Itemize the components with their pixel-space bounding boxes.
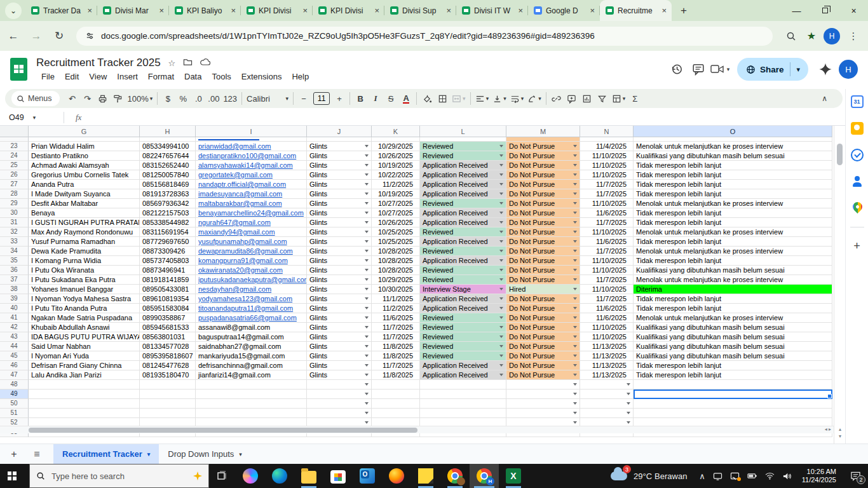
cell-note[interactable]: Menolak untuk melanjutkan ke proses inte… (634, 227, 832, 237)
cell-name[interactable]: I Komang Purna Widia (29, 256, 140, 266)
cell-email[interactable]: iputusukadanaekaputra@gmail.com (196, 275, 307, 285)
cell[interactable] (420, 399, 506, 409)
cell-name[interactable]: Desfit Akbar Maltabar (29, 199, 140, 208)
cell-email[interactable]: dewapramudita86@gmail.com (196, 247, 307, 256)
cell-note[interactable]: Menolak untuk melanjutkan ke proses inte… (634, 275, 832, 285)
cell-decision[interactable]: Do Not Pursue (506, 332, 580, 342)
battery-icon[interactable] (747, 472, 757, 480)
calendar-icon[interactable]: 31 (851, 95, 864, 108)
cell-decision[interactable]: Do Not Pursue (506, 170, 580, 180)
cell-source[interactable]: Glints (307, 161, 372, 170)
cloud-saved-icon[interactable] (200, 58, 210, 68)
row-header[interactable]: 28 (0, 189, 29, 199)
cell-phone[interactable]: 081913728363 (140, 189, 196, 199)
minimize-button[interactable]: — (782, 0, 811, 21)
row-header[interactable]: 34 (0, 247, 29, 256)
tab-close-icon[interactable]: × (588, 6, 596, 15)
cell-email[interactable]: benayamarchellino24@gmail.com (196, 208, 307, 218)
page-info-icon[interactable] (85, 31, 95, 41)
cell-decision[interactable]: Do Not Pursue (506, 275, 580, 285)
cell[interactable] (420, 390, 506, 399)
functions-icon[interactable]: Σ (627, 90, 642, 107)
address-bar[interactable]: docs.google.com/spreadsheets/d/1W1pnTYIm… (76, 27, 773, 46)
reload-icon[interactable]: ↻ (50, 27, 69, 46)
star-icon[interactable]: ☆ (168, 58, 176, 68)
document-title[interactable]: Recruitment Tracker 2025 (36, 57, 161, 69)
row-header[interactable]: 26 (0, 170, 29, 180)
cell-updated-date[interactable]: 11/6/2025 (580, 313, 634, 323)
cell-phone[interactable]: 085334994100 (140, 142, 196, 151)
cell-updated-date[interactable]: 11/10/2025 (580, 332, 634, 342)
taskbar-clock[interactable]: 10:26 AM 11/24/2025 (802, 468, 836, 484)
text-rotation-icon[interactable]: ▾ (526, 90, 543, 107)
cell-source[interactable]: Glints (307, 142, 372, 151)
cell-updated-date[interactable]: 11/7/2025 (580, 189, 634, 199)
cell-name[interactable]: Khubaib Abdullah Asnawi (29, 323, 140, 332)
browser-tab[interactable]: KPI Divisi× (241, 0, 313, 21)
cell-applied-date[interactable]: 10/19/2025 (372, 189, 420, 199)
cell-applied-date[interactable]: 11/7/2025 (372, 332, 420, 342)
cell-email[interactable]: alamsyahawaki14@gmail.com (196, 161, 307, 170)
row-header[interactable]: 45 (0, 351, 29, 361)
cell-note[interactable]: Kualifikasi yang dibutuhkan masih belum … (634, 323, 832, 332)
column-header-i[interactable]: I (196, 126, 307, 137)
cell[interactable] (634, 399, 832, 409)
taskbar-app-copilot[interactable] (236, 464, 265, 488)
cell-note[interactable]: Tidak merespon lebih lanjut (634, 237, 832, 247)
row-header[interactable]: 24 (0, 151, 29, 161)
cell-updated-date[interactable]: 11/10/2025 (580, 170, 634, 180)
cast-icon[interactable] (730, 472, 740, 480)
cell-name[interactable]: Yohanes Imanuel Banggar (29, 285, 140, 294)
cell[interactable] (140, 409, 196, 418)
cell-source[interactable]: Glints (307, 351, 372, 361)
cell-email[interactable]: gregortatek@gmail.com (196, 170, 307, 180)
cell-phone[interactable]: 085697936342 (140, 199, 196, 208)
paint-format-icon[interactable] (111, 90, 126, 107)
cell-email[interactable]: titoanandaputra11@gmail.com (196, 304, 307, 313)
cell-source[interactable]: Glints (307, 275, 372, 285)
cell-decision[interactable]: Do Not Pursue (506, 294, 580, 304)
cell-source[interactable]: Glints (307, 256, 372, 266)
cell-status[interactable]: Reviewed (420, 342, 506, 351)
scroll-arrows[interactable]: ◂ ▸ (825, 426, 831, 432)
menu-format[interactable]: Format (143, 71, 179, 82)
cell-name[interactable]: Gregorius Umbu Cornelis Tatek (29, 170, 140, 180)
cell[interactable] (506, 390, 580, 399)
all-sheets-icon[interactable]: ≡ (28, 445, 46, 463)
cell-status[interactable]: Reviewed (420, 351, 506, 361)
cell[interactable] (307, 390, 372, 399)
cell[interactable] (307, 409, 372, 418)
cell[interactable] (506, 399, 580, 409)
cell-phone[interactable]: 085156818469 (140, 180, 196, 189)
cell-phone[interactable]: 081935180470 (140, 370, 196, 380)
cell-status[interactable]: Application Received (420, 180, 506, 189)
scroll-arrows[interactable]: ▴▾ (834, 426, 846, 440)
cell-name[interactable]: I Putu Tito Ananda Putra (29, 304, 140, 313)
cell-decision[interactable]: Do Not Pursue (506, 370, 580, 380)
cell-applied-date[interactable]: 11/8/2025 (372, 370, 420, 380)
cell-status[interactable]: Application Received (420, 189, 506, 199)
text-wrap-icon[interactable]: ▾ (508, 90, 526, 107)
cell-source[interactable]: Glints (307, 304, 372, 313)
borders-icon[interactable] (435, 90, 450, 107)
cell-decision[interactable]: Do Not Pursue (506, 161, 580, 170)
cell-status[interactable]: Application Received (420, 361, 506, 370)
start-button[interactable] (0, 464, 29, 488)
cell-status[interactable]: Application Received (420, 208, 506, 218)
tab-close-icon[interactable]: × (445, 6, 452, 15)
cell-note[interactable]: Tidak merespon lebih lanjut (634, 294, 832, 304)
scrollbar-thumb[interactable] (29, 428, 417, 433)
browser-tab[interactable]: Divisi Mar× (97, 0, 169, 21)
menus-search-button[interactable]: Menus (11, 91, 60, 106)
text-color-icon[interactable]: A (398, 90, 414, 107)
cell-status[interactable]: Application Received (420, 237, 506, 247)
browser-tab[interactable]: KPI Baliyo× (169, 0, 241, 21)
increase-font-size-icon[interactable]: + (332, 90, 347, 107)
cell-decision[interactable]: Do Not Pursue (506, 218, 580, 227)
cell-note[interactable]: Tidak merespon lebih lanjut (634, 161, 832, 170)
cell-phone[interactable]: 081245477628 (140, 361, 196, 370)
row-header[interactable]: 23 (0, 142, 29, 151)
undo-icon[interactable]: ↶ (65, 90, 80, 107)
cell-applied-date[interactable]: 10/29/2025 (372, 142, 420, 151)
vertical-align-icon[interactable]: ▾ (491, 90, 508, 107)
